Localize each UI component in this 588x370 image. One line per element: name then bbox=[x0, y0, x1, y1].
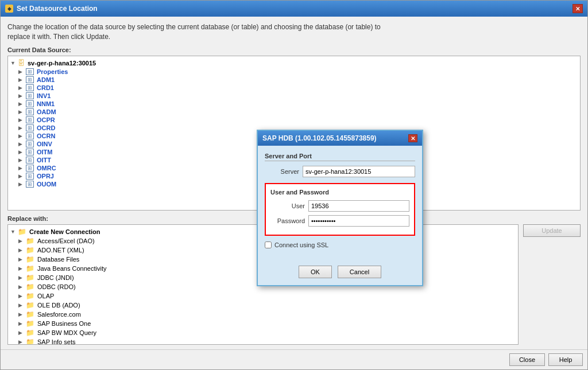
user-input[interactable] bbox=[308, 200, 409, 212]
table-icon bbox=[26, 124, 34, 131]
help-button[interactable]: Help bbox=[548, 353, 583, 366]
user-password-section: User and Password User Password bbox=[265, 183, 415, 236]
description-text: Change the location of the data source b… bbox=[7, 22, 581, 42]
folder-icon: 📁 bbox=[26, 320, 34, 328]
table-icon bbox=[26, 173, 34, 180]
tree-label-oinv: OINV bbox=[37, 141, 52, 147]
expand-icon: ▶ bbox=[18, 93, 24, 99]
tree-node-adm1[interactable]: ▶ ADM1 bbox=[10, 76, 578, 84]
expand-icon: ▶ bbox=[18, 165, 24, 171]
table-icon bbox=[26, 149, 34, 155]
replace-label-olap: OLAP bbox=[37, 293, 54, 299]
tree-node-inv1[interactable]: ▶ INV1 bbox=[10, 92, 578, 100]
current-source-label: Current Data Source: bbox=[7, 46, 581, 53]
password-row: Password bbox=[270, 215, 409, 227]
server-label: Server bbox=[265, 168, 299, 175]
close-button[interactable]: Close bbox=[509, 353, 545, 366]
folder-icon: 📁 bbox=[26, 246, 34, 254]
expand-icon: ▶ bbox=[18, 133, 24, 139]
expand-icon: ▶ bbox=[18, 69, 24, 75]
replace-label-sapinfo: SAP Info sets bbox=[37, 338, 75, 345]
expand-icon: ▶ bbox=[18, 238, 24, 244]
footer-bar: Close Help bbox=[1, 349, 587, 369]
tree-label-properties: Properties bbox=[37, 68, 68, 75]
table-icon bbox=[26, 141, 34, 147]
expand-icon: ▶ bbox=[18, 101, 24, 107]
ssl-row: Connect using SSL bbox=[265, 242, 415, 248]
dialog-title: SAP HDB (1.00.102.05.1455873859) bbox=[262, 134, 377, 142]
main-window: ◆ Set Datasource Location ✕ Change the l… bbox=[0, 0, 588, 370]
expand-icon: ▶ bbox=[18, 302, 24, 308]
user-row: User bbox=[270, 200, 409, 212]
server-section-label: Server and Port bbox=[265, 153, 415, 161]
folder-icon: 📁 bbox=[26, 255, 34, 263]
tree-node-crd1[interactable]: ▶ CRD1 bbox=[10, 84, 578, 92]
replace-label-sapbw: SAP BW MDX Query bbox=[37, 329, 96, 336]
tree-label-omrc: OMRC bbox=[37, 165, 56, 172]
tree-node-properties[interactable]: ▶ Properties bbox=[10, 68, 578, 76]
table-icon bbox=[26, 100, 34, 107]
table-icon bbox=[26, 133, 34, 139]
folder-icon: 📁 bbox=[26, 264, 34, 272]
update-button[interactable]: Update bbox=[523, 224, 581, 237]
side-panel: Update bbox=[523, 224, 581, 345]
cancel-button[interactable]: Cancel bbox=[338, 266, 381, 278]
table-icon bbox=[26, 116, 34, 123]
replace-item-oledb[interactable]: ▶ 📁 OLE DB (ADO) bbox=[10, 301, 516, 310]
table-icon bbox=[26, 68, 34, 75]
folder-icon: 📁 bbox=[26, 301, 34, 309]
ssl-checkbox[interactable] bbox=[265, 242, 272, 248]
expand-icon: ▶ bbox=[18, 330, 24, 336]
folder-icon: 📁 bbox=[18, 228, 26, 236]
password-label: Password bbox=[270, 217, 305, 224]
folder-icon: 📁 bbox=[26, 310, 34, 318]
tree-label-ocpr: OCPR bbox=[37, 116, 55, 123]
replace-label-adonet: ADO.NET (XML) bbox=[37, 247, 84, 254]
expand-icon: ▶ bbox=[18, 293, 24, 299]
folder-icon: 📁 bbox=[26, 283, 34, 291]
expand-icon: ▶ bbox=[18, 256, 24, 262]
window-close-button[interactable]: ✕ bbox=[572, 4, 583, 13]
replace-root-label: Create New Connection bbox=[29, 228, 100, 235]
app-icon: ◆ bbox=[5, 5, 13, 13]
folder-icon: 📁 bbox=[26, 292, 34, 300]
dialog-close-button[interactable]: ✕ bbox=[408, 134, 417, 142]
expand-icon: ▶ bbox=[18, 321, 24, 326]
expand-icon: ▶ bbox=[18, 149, 24, 155]
ok-button[interactable]: OK bbox=[299, 266, 332, 278]
replace-item-sapb1[interactable]: ▶ 📁 SAP Business One bbox=[10, 319, 516, 328]
sap-hdb-dialog: SAP HDB (1.00.102.05.1455873859) ✕ Serve… bbox=[257, 130, 423, 286]
tree-node-ocpr[interactable]: ▶ OCPR bbox=[10, 116, 578, 124]
tree-label-oitt: OITT bbox=[37, 157, 51, 163]
replace-item-olap[interactable]: ▶ 📁 OLAP bbox=[10, 291, 516, 301]
tree-root-node[interactable]: ▼ 🗄 sv-ger-p-hana12:30015 bbox=[10, 59, 578, 68]
table-icon bbox=[26, 181, 34, 188]
table-icon bbox=[26, 165, 34, 172]
server-row: Server bbox=[265, 166, 415, 177]
password-input[interactable] bbox=[308, 215, 409, 227]
tree-label-oprj: OPRJ bbox=[37, 173, 54, 180]
replace-item-sapbw[interactable]: ▶ 📁 SAP BW MDX Query bbox=[10, 328, 516, 337]
replace-label-sapb1: SAP Business One bbox=[37, 320, 91, 327]
server-input[interactable] bbox=[303, 166, 415, 177]
tree-node-nnm1[interactable]: ▶ NNM1 bbox=[10, 100, 578, 108]
expand-icon: ▶ bbox=[18, 173, 24, 179]
user-label: User bbox=[270, 202, 305, 209]
dialog-body: Server and Port Server User and Password… bbox=[258, 146, 422, 262]
dialog-title-bar: SAP HDB (1.00.102.05.1455873859) ✕ bbox=[258, 131, 422, 146]
expand-icon: ▶ bbox=[18, 311, 24, 317]
tree-toggle-icon: ▼ bbox=[10, 60, 16, 66]
expand-icon: ▶ bbox=[18, 117, 24, 123]
expand-icon: ▶ bbox=[18, 339, 24, 345]
replace-item-salesforce[interactable]: ▶ 📁 Salesforce.com bbox=[10, 310, 516, 319]
replace-label-dbfiles: Database Files bbox=[37, 256, 79, 263]
expand-icon: ▶ bbox=[18, 247, 24, 253]
expand-icon: ▶ bbox=[18, 284, 24, 290]
replace-item-sapinfo[interactable]: ▶ 📁 SAP Info sets bbox=[10, 337, 516, 345]
tree-label-inv1: INV1 bbox=[37, 92, 51, 99]
folder-icon: 📁 bbox=[26, 329, 34, 337]
tree-node-oadm[interactable]: ▶ OADM bbox=[10, 108, 578, 116]
tree-label-ocrn: OCRN bbox=[37, 133, 55, 139]
expand-icon: ▶ bbox=[18, 157, 24, 163]
expand-icon: ▶ bbox=[18, 141, 24, 147]
